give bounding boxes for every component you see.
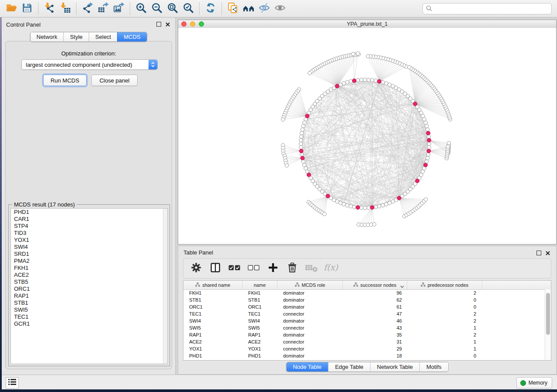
- float-panel-icon[interactable]: [156, 22, 161, 27]
- network-window-titlebar[interactable]: YPA_prune.txt_1: [178, 20, 556, 28]
- column-settings-button[interactable]: [188, 261, 204, 276]
- add-column-button[interactable]: [265, 261, 281, 276]
- table-cell: 43: [343, 325, 407, 330]
- table-row[interactable]: ORC1ORC1dominator610: [183, 303, 545, 310]
- tab-node-table[interactable]: Node Table: [286, 362, 328, 371]
- mcds-result-list[interactable]: PHD1CAR1STP4TID3YOX1SWI4SRD1PMA2FKH1ACE2…: [10, 208, 168, 364]
- close-panel-icon[interactable]: [166, 22, 170, 27]
- table-row[interactable]: ACE2ACE2connector311: [183, 338, 545, 345]
- find-network-button[interactable]: [241, 1, 256, 16]
- zoom-fit-button[interactable]: [165, 1, 180, 16]
- mcds-result-node[interactable]: STB1: [11, 299, 167, 306]
- show-all-button[interactable]: [272, 1, 288, 16]
- close-panel-button[interactable]: Close panel: [91, 75, 138, 86]
- zoom-in-button[interactable]: [133, 1, 149, 16]
- import-network-button[interactable]: [42, 1, 57, 16]
- zoom-out-button[interactable]: [149, 1, 165, 16]
- table-scrollbar[interactable]: [545, 289, 551, 360]
- split-panel-button[interactable]: [207, 261, 224, 276]
- search-icon: [426, 5, 432, 14]
- table-cell: SWI4: [242, 318, 277, 323]
- save-session-button[interactable]: [19, 1, 35, 16]
- column-header-successor-nodes[interactable]: successor nodes: [343, 281, 407, 289]
- tab-edge-table[interactable]: Edge Table: [328, 362, 370, 371]
- export-network-button[interactable]: [80, 1, 95, 16]
- refresh-view-icon: [205, 2, 216, 15]
- memory-button[interactable]: Memory: [516, 377, 552, 389]
- hide-selected-button[interactable]: [256, 1, 272, 16]
- tab-select[interactable]: Select: [89, 32, 117, 41]
- node-table-header: shared namenameMCDS rolesuccessor nodesp…: [183, 281, 551, 290]
- tab-network-table[interactable]: Network Table: [370, 362, 419, 371]
- close-table-panel-icon[interactable]: [546, 251, 550, 255]
- mcds-result-node[interactable]: TID3: [11, 230, 167, 237]
- mcds-result-node[interactable]: PMA2: [11, 258, 167, 265]
- table-row[interactable]: RAP1RAP1dominator352: [183, 331, 545, 338]
- table-cell: 2: [407, 311, 482, 316]
- export-table-button[interactable]: [95, 1, 111, 16]
- column-header-MCDS-role[interactable]: MCDS role: [277, 281, 343, 289]
- table-row[interactable]: FKH1FKH1dominator962: [183, 289, 545, 296]
- mcds-result-node[interactable]: YOX1: [11, 237, 167, 244]
- export-table-icon: [97, 2, 109, 15]
- tab-style[interactable]: Style: [63, 32, 89, 41]
- mcds-result-node[interactable]: STB5: [11, 279, 167, 285]
- import-table-button[interactable]: [57, 1, 73, 16]
- delete-column-button[interactable]: [284, 261, 301, 276]
- open-file-button[interactable]: [3, 1, 19, 16]
- export-image-button[interactable]: [111, 1, 127, 16]
- column-header-shared-name[interactable]: shared name: [183, 281, 242, 289]
- table-cell: dominator: [277, 353, 343, 358]
- column-header-name[interactable]: name: [242, 281, 277, 289]
- table-cell: FKH1: [183, 290, 242, 296]
- search-input[interactable]: [422, 3, 552, 14]
- mcds-result-node[interactable]: STP4: [11, 223, 167, 230]
- refresh-view-button[interactable]: [203, 1, 218, 16]
- table-cell: PHD1: [183, 353, 242, 358]
- table-cell: 2: [407, 318, 482, 323]
- table-cell: connector: [277, 339, 343, 344]
- mcds-result-node[interactable]: GCR1: [11, 320, 167, 327]
- mcds-result-node[interactable]: SWI4: [11, 244, 167, 251]
- network-window-title: YPA_prune.txt_1: [178, 21, 556, 27]
- run-mcds-label: Run MCDS: [51, 77, 80, 84]
- mcds-result-node[interactable]: TEC1: [11, 313, 167, 320]
- mcds-result-scrollbar[interactable]: [163, 209, 167, 364]
- clone-network-button[interactable]: [225, 1, 241, 16]
- table-row[interactable]: SWI5SWI5connector431: [183, 324, 545, 331]
- mcds-result-node[interactable]: ACE2: [11, 272, 167, 279]
- memory-label: Memory: [529, 380, 547, 386]
- tab-mcds[interactable]: MCDS: [117, 32, 146, 41]
- float-table-panel-icon[interactable]: [536, 251, 541, 255]
- table-row[interactable]: YOX1YOX1connector291: [183, 345, 545, 352]
- zoom-selected-button[interactable]: [180, 1, 196, 16]
- mcds-result-node[interactable]: FKH1: [11, 265, 167, 272]
- mcds-result-node[interactable]: PHD1: [11, 209, 167, 216]
- select-all-button[interactable]: [226, 261, 243, 276]
- table-cell: RAP1: [183, 332, 242, 337]
- task-history-button[interactable]: [6, 377, 19, 389]
- tab-network[interactable]: Network: [30, 32, 63, 41]
- deselect-all-button[interactable]: [246, 261, 262, 276]
- task-list-icon: [8, 378, 16, 387]
- table-cell: PHD1: [242, 353, 277, 358]
- table-row[interactable]: STB1STB1dominator620: [183, 296, 545, 303]
- deselect-all-icon: [247, 262, 260, 275]
- table-cell: 2: [407, 290, 482, 296]
- mcds-result-node[interactable]: CAR1: [11, 216, 167, 223]
- mcds-result-node[interactable]: ORC1: [11, 285, 167, 292]
- table-row[interactable]: SWI4SWI4dominator462: [183, 317, 545, 324]
- table-cell: FKH1: [242, 290, 277, 296]
- table-cell: 1: [407, 346, 482, 351]
- column-header-predecessor-nodes[interactable]: predecessor nodes: [407, 281, 482, 289]
- run-mcds-button[interactable]: Run MCDS: [43, 75, 86, 86]
- mcds-result-node[interactable]: RAP1: [11, 292, 167, 299]
- mcds-result-node[interactable]: SRD1: [11, 251, 167, 258]
- table-row[interactable]: PHD1PHD1dominator180: [183, 352, 545, 359]
- tab-motifs[interactable]: Motifs: [419, 362, 448, 371]
- table-scrollbar-thumb[interactable]: [546, 293, 550, 335]
- table-row[interactable]: TEC1TEC1connector472: [183, 310, 545, 317]
- optimization-criterion-select[interactable]: largest connected component (undirected): [21, 59, 158, 70]
- network-canvas[interactable]: [178, 28, 556, 244]
- mcds-result-node[interactable]: SWI5: [11, 306, 167, 313]
